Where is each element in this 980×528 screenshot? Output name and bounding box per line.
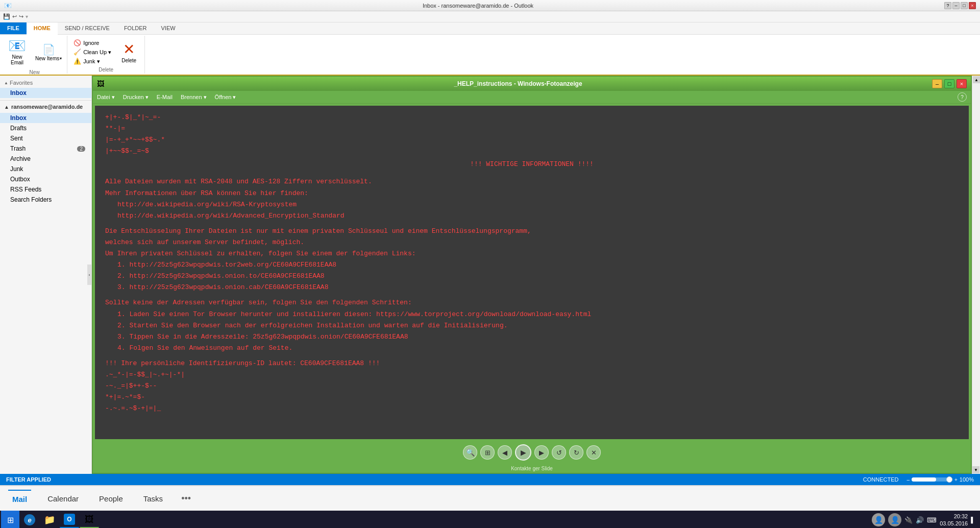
sidebar-account-label: ransomeware@aramido.de <box>11 104 83 110</box>
photo-maximize-btn[interactable]: □ <box>944 79 954 88</box>
text-step-0: 1. Laden Sie einen Tor Browser herunter … <box>105 309 959 320</box>
sidebar-item-rss-feeds[interactable]: RSS Feeds <box>0 184 91 195</box>
taskbar-outlook[interactable]: O <box>60 512 79 528</box>
photo-viewer-toolbar: Datei ▾ Drucken ▾ E-Mail Brennen ▾ Öffne… <box>93 91 971 104</box>
sidebar-item-outbox[interactable]: Outbox <box>0 174 91 184</box>
photo-ctrl-fit[interactable]: ⊞ <box>480 445 495 460</box>
text-link-list-0: 1. http://25z5g623wpqpdwis.tor2web.org/C… <box>105 259 959 271</box>
ignore-icon: 🚫 <box>74 39 81 46</box>
photo-status-bar: Kontakte ger Slide <box>93 464 971 473</box>
tray-volume-icon[interactable]: 🔊 <box>916 516 924 524</box>
zoom-handle[interactable] <box>946 476 952 483</box>
photo-help-btn[interactable]: ? <box>958 92 967 102</box>
photo-ctrl-play[interactable]: ▶ <box>515 444 531 461</box>
nav-item-calendar[interactable]: Calendar <box>43 490 83 507</box>
sidebar-collapse-btn[interactable]: ‹ <box>87 265 91 285</box>
sidebar-favorites-header[interactable]: ▲ Favorites <box>0 78 91 88</box>
photo-menu-email[interactable]: E-Mail <box>157 94 173 100</box>
taskbar-photo-viewer[interactable]: 🖼 <box>80 512 99 528</box>
sidebar-item-trash[interactable]: Trash 2 <box>0 143 91 154</box>
photo-ctrl-rotate-left[interactable]: ↺ <box>552 445 566 460</box>
zoom-fill <box>912 477 936 482</box>
taskbar: ⊞ e 📁 O 🖼 👤 👤 🔌 🔊 ⌨ 20:32 03.05.2016 <box>0 511 980 528</box>
photo-ctrl-prev[interactable]: ◀ <box>498 445 512 460</box>
window-title: Inbox - ransomeware@aramido.de - Outlook <box>423 3 533 9</box>
taskbar-clock[interactable]: 20:32 03.05.2016 <box>940 513 968 527</box>
tab-view[interactable]: VIEW <box>154 22 183 34</box>
photo-ctrl-rotate-right[interactable]: ↻ <box>569 445 583 460</box>
photo-ctrl-delete[interactable]: ✕ <box>586 445 601 460</box>
show-desktop-btn[interactable]: ▌ <box>971 517 975 523</box>
nav-bar: Mail Calendar People Tasks ••• <box>0 485 980 511</box>
text-line3: |=-+_+*~~+$$~.* <box>105 134 959 146</box>
ignore-button[interactable]: 🚫 Ignore <box>71 39 113 47</box>
sidebar: ▲ Favorites Inbox ▲ ransomeware@aramido.… <box>0 76 92 474</box>
favorites-arrow-icon: ▲ <box>4 81 8 85</box>
save-quick-btn[interactable]: 💾 <box>3 13 10 20</box>
ribbon-group-delete-label: Delete <box>71 66 140 73</box>
restore-btn[interactable]: □ <box>961 2 968 9</box>
ie-icon: e <box>24 514 35 525</box>
sidebar-item-inbox-favorite[interactable]: Inbox <box>0 88 91 98</box>
photo-content-area: +|+-.$|_*|~_=- **-|= |=-+_+*~~+$$~.* |+~… <box>95 106 969 439</box>
sidebar-item-archive[interactable]: Archive <box>0 154 91 164</box>
user-avatar-1[interactable]: 👤 <box>872 513 885 526</box>
nav-item-tasks[interactable]: Tasks <box>139 490 167 507</box>
tray-keyboard-icon[interactable]: ⌨ <box>927 516 937 524</box>
zoom-minus[interactable]: – <box>906 477 910 483</box>
sidebar-favorites-label: Favorites <box>10 80 33 86</box>
zoom-slider[interactable] <box>912 477 952 482</box>
photo-minimize-btn[interactable]: – <box>932 79 942 88</box>
scroll-down-btn[interactable]: ▼ <box>972 466 979 473</box>
photo-menu-drucken[interactable]: Drucken ▾ <box>123 94 149 101</box>
new-email-button[interactable]: 📧 NewEmail <box>4 37 30 67</box>
photo-viewer-title: _HELP_instructions - Windows-Fotoanzeige <box>104 80 932 87</box>
text-id-line: !!! Ihre persönliche Identifizierungs-ID… <box>105 358 959 369</box>
sidebar-item-sent[interactable]: Sent <box>0 133 91 143</box>
right-scrollbar[interactable]: ▲ ▼ <box>972 76 980 474</box>
junk-button[interactable]: ⚠️ Junk ▾ <box>71 57 113 65</box>
start-button[interactable]: ⊞ <box>1 511 19 528</box>
nav-item-mail[interactable]: Mail <box>8 490 31 508</box>
spacer3 <box>105 293 959 297</box>
sidebar-item-drafts[interactable]: Drafts <box>0 123 91 133</box>
photo-viewer-titlebar: 🖼 _HELP_instructions - Windows-Fotoanzei… <box>93 77 971 91</box>
photo-menu-oeffnen[interactable]: Öffnen ▾ <box>215 94 236 101</box>
tab-send-receive[interactable]: SEND / RECEIVE <box>58 22 117 34</box>
tray-network-icon[interactable]: 🔌 <box>904 516 913 524</box>
tab-folder[interactable]: FOLDER <box>117 22 154 34</box>
text-step-3: 4. Folgen Sie den Anweisungen auf der Se… <box>105 343 959 354</box>
sidebar-item-search-folders[interactable]: Search Folders <box>0 195 91 205</box>
taskbar-ie[interactable]: e <box>20 512 39 528</box>
help-btn[interactable]: ? <box>944 2 951 9</box>
text-footer3: *+|=.~*=$- <box>105 392 959 403</box>
sidebar-item-junk[interactable]: Junk <box>0 164 91 174</box>
photo-menu-datei[interactable]: Datei ▾ <box>97 94 115 101</box>
scroll-up-btn[interactable]: ▲ <box>973 76 980 83</box>
zoom-plus[interactable]: + <box>954 477 958 483</box>
text-line1: +|+-.$|_*|~_=- <box>105 112 959 123</box>
tab-home[interactable]: HOME <box>27 22 58 35</box>
minimize-btn[interactable]: – <box>952 2 960 9</box>
sidebar-item-inbox[interactable]: Inbox <box>0 113 91 123</box>
redo-quick-btn[interactable]: ↪ <box>19 13 23 20</box>
cleanup-icon: 🧹 <box>74 49 81 56</box>
nav-item-people[interactable]: People <box>95 490 127 507</box>
photo-ctrl-next[interactable]: ▶ <box>534 445 549 460</box>
photo-ctrl-zoom[interactable]: 🔍 <box>463 445 477 460</box>
delete-button[interactable]: ✕ Delete <box>117 39 140 65</box>
sidebar-account[interactable]: ▲ ransomeware@aramido.de <box>0 101 91 113</box>
close-btn[interactable]: × <box>969 2 976 9</box>
undo-quick-btn[interactable]: ↩ <box>12 13 17 20</box>
new-items-button[interactable]: 📄 New Items ▾ <box>32 41 65 63</box>
spacer1 <box>105 172 959 176</box>
text-link-list-1: 2. http://25z5g623wpqpdwis.onion.to/CE60… <box>105 271 959 282</box>
cleanup-button[interactable]: 🧹 Clean Up ▾ <box>71 48 113 56</box>
tab-file[interactable]: FILE <box>0 22 27 34</box>
photo-close-btn[interactable]: × <box>957 79 967 88</box>
photo-menu-brennen[interactable]: Brennen ▾ <box>181 94 207 101</box>
nav-more-btn[interactable]: ••• <box>179 491 193 506</box>
customize-qa-btn[interactable]: ▾ <box>26 14 28 19</box>
user-avatar-2[interactable]: 👤 <box>888 513 901 526</box>
taskbar-explorer[interactable]: 📁 <box>40 512 59 528</box>
